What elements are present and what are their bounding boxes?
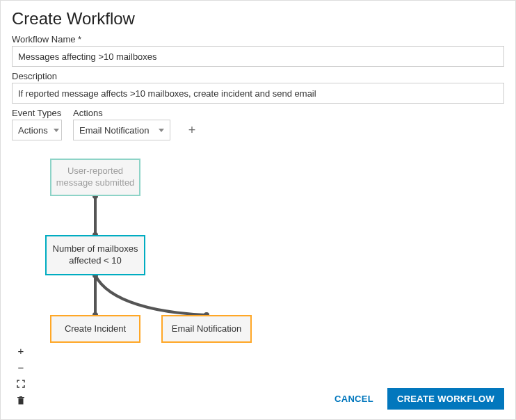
svg-rect-7 (19, 398, 24, 404)
node-create-incident[interactable]: Create Incident (50, 315, 140, 343)
delete-button[interactable] (12, 393, 30, 408)
event-types-label: Event Types (12, 108, 62, 118)
svg-rect-9 (19, 396, 22, 398)
zoom-in-button[interactable]: + (12, 343, 30, 358)
description-row: Description (12, 71, 504, 104)
workflow-name-input[interactable] (12, 46, 504, 67)
add-action-button[interactable]: + (182, 120, 202, 140)
selectors-row: Event Types Actions Actions Email Notifi… (12, 108, 504, 140)
actions-dropdown[interactable]: Email Notification (73, 120, 170, 140)
create-workflow-dialog: Create Workflow Workflow Name * Descript… (0, 0, 516, 420)
event-types-dropdown[interactable]: Actions (12, 120, 62, 140)
caret-down-icon (54, 129, 59, 132)
trash-icon (17, 396, 24, 406)
canvas-toolbar: + − (12, 343, 30, 408)
event-types-value: Actions (18, 125, 48, 136)
workflow-name-label: Workflow Name * (12, 34, 504, 45)
workflow-canvas[interactable]: User-reported message submitted Number o… (12, 146, 504, 403)
node-start[interactable]: User-reported message submitted (50, 159, 140, 196)
event-types-group: Event Types Actions (12, 108, 62, 140)
caret-down-icon (159, 129, 164, 132)
node-condition-label: Number of mailboxes affected < 10 (51, 243, 140, 267)
node-email-notification-label: Email Notification (172, 323, 241, 335)
create-workflow-button[interactable]: CREATE WORKFLOW (387, 388, 504, 410)
plus-icon: + (188, 123, 196, 138)
node-email-notification[interactable]: Email Notification (161, 315, 252, 343)
cancel-button[interactable]: CANCEL (332, 389, 376, 408)
zoom-out-button[interactable]: − (12, 360, 30, 375)
node-create-incident-label: Create Incident (65, 323, 126, 335)
actions-value: Email Notification (79, 125, 149, 136)
actions-label: Actions (73, 108, 170, 118)
description-input[interactable] (12, 83, 504, 104)
dialog-footer: CANCEL CREATE WORKFLOW (332, 388, 504, 410)
actions-group: Actions Email Notification (73, 108, 170, 140)
plus-icon: + (18, 346, 24, 356)
fullscreen-button[interactable] (12, 376, 30, 391)
fullscreen-icon (17, 379, 25, 389)
workflow-name-row: Workflow Name * (12, 34, 504, 67)
node-start-label: User-reported message submitted (56, 165, 135, 189)
dialog-title: Create Workflow (12, 9, 504, 29)
description-label: Description (12, 71, 504, 81)
minus-icon: − (18, 362, 24, 373)
node-condition[interactable]: Number of mailboxes affected < 10 (45, 235, 145, 275)
